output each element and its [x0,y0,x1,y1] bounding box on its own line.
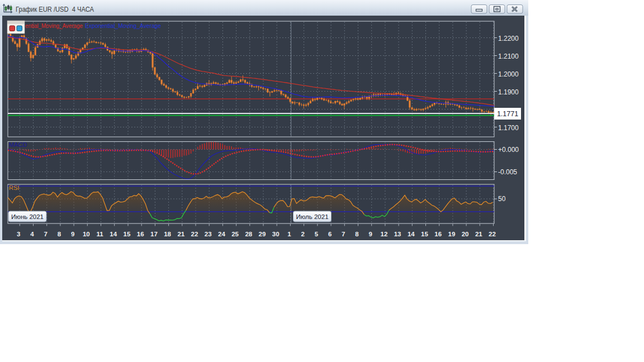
svg-text:22: 22 [489,231,496,237]
svg-text:6: 6 [328,231,332,237]
svg-text:8: 8 [58,231,61,237]
svg-text:13: 13 [394,231,401,237]
svg-text:16: 16 [137,231,144,237]
svg-text:9: 9 [368,231,372,237]
svg-text:1.1900: 1.1900 [498,88,519,96]
svg-text:18: 18 [164,231,171,237]
svg-text:3: 3 [17,231,20,237]
svg-text:29: 29 [259,231,266,237]
svg-text:+0.000: +0.000 [498,146,519,154]
svg-text:22: 22 [191,231,198,237]
svg-text:7: 7 [342,231,345,237]
svg-text:1.2000: 1.2000 [498,70,519,78]
svg-text:7: 7 [44,231,47,237]
svg-text:12: 12 [381,231,388,237]
svg-text:График EUR /USD 4 ЧАСА: График EUR /USD 4 ЧАСА [16,5,94,13]
svg-text:10: 10 [83,231,90,237]
svg-text:1: 1 [287,231,291,237]
svg-text:23: 23 [205,231,212,237]
svg-text:8: 8 [355,231,359,237]
svg-text:9: 9 [71,231,74,237]
svg-text:28: 28 [245,231,252,237]
svg-text:MACD: MACD [9,141,27,148]
svg-text:1.1771: 1.1771 [497,110,518,118]
svg-text:4: 4 [30,231,34,237]
svg-text:30: 30 [272,231,280,237]
svg-text:21: 21 [177,231,184,237]
svg-text:14: 14 [408,231,415,237]
svg-text:20: 20 [462,231,469,237]
svg-text:21: 21 [475,231,482,237]
svg-text:19: 19 [448,231,456,237]
svg-text:-0.005: -0.005 [498,168,517,176]
svg-text:RSI: RSI [9,184,19,191]
svg-text:1.2200: 1.2200 [498,35,519,42]
svg-text:Июнь 2021: Июнь 2021 [11,213,44,220]
svg-text:1.1700: 1.1700 [498,124,519,132]
svg-text:14: 14 [110,231,117,237]
svg-text:2: 2 [301,231,304,237]
svg-text:17: 17 [150,231,158,237]
svg-text:15: 15 [421,231,428,237]
svg-text:Июль 2021: Июль 2021 [296,213,328,220]
svg-text:16: 16 [434,231,442,237]
svg-text:25: 25 [231,231,239,237]
svg-text:11: 11 [96,231,103,237]
svg-text:15: 15 [124,231,131,237]
svg-text:50: 50 [498,195,506,203]
svg-text:24: 24 [218,231,225,237]
svg-text:1.2100: 1.2100 [498,53,519,60]
svg-text:Exponential_Moving_Average: Exponential_Moving_Average [85,22,161,29]
svg-text:5: 5 [315,231,319,237]
svg-text:ential_Moving_Average: ential_Moving_Average [25,22,83,29]
